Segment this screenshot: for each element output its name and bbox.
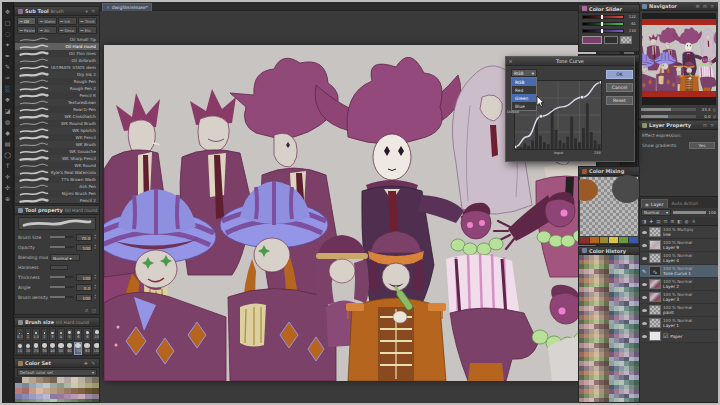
brush-list-item[interactable]: Rough Pen [15, 78, 99, 85]
brush-list-item[interactable]: Rough Pen 2 [15, 85, 99, 92]
layer-thumbnail[interactable] [649, 305, 661, 315]
color-set-tools[interactable]: ✚ ✎ [84, 361, 96, 366]
rotate-reset-icon[interactable]: ↺ [713, 114, 716, 119]
brush-list-item[interactable]: WK Brush [15, 141, 99, 148]
slider-handle[interactable] [601, 15, 603, 19]
color-set-swatch[interactable] [64, 399, 71, 403]
tool-property-row[interactable]: Thickness100▴▾ [15, 272, 99, 282]
stepper-icons[interactable]: ▴▾ [94, 284, 96, 290]
decoration-tool-icon[interactable]: ❖ [3, 94, 13, 104]
brush-list-item[interactable]: TTS Brown Wash [15, 176, 99, 183]
tool-property-row[interactable]: Blending modeNormal ▾ [15, 252, 99, 262]
brush-size-preset[interactable]: 100 [92, 342, 100, 355]
brush-size-preset[interactable]: 20 [25, 342, 32, 355]
visibility-eye-icon[interactable] [641, 231, 647, 234]
primary-color-swatch[interactable] [582, 36, 602, 44]
navigator-header-icons[interactable]: ⊞ ⊟ ≡ [696, 4, 715, 9]
property-dropdown[interactable]: Normal ▾ [50, 254, 80, 261]
mixing-color-chip[interactable] [580, 237, 589, 243]
layer-row[interactable]: 100 % Normalpaint [639, 304, 718, 317]
brush-list-item[interactable]: Oil Airbrush [15, 57, 99, 64]
brush-list-item[interactable]: WK Pencil [15, 134, 99, 141]
panel-footer-icons[interactable]: ↺ ◲ [85, 308, 97, 313]
visibility-eye-icon[interactable] [641, 335, 647, 338]
channel-dropdown[interactable]: RGB ▾ [511, 69, 537, 77]
visibility-eye-icon[interactable] [641, 296, 647, 299]
color-set-swatch[interactable] [50, 399, 57, 403]
navigator-header[interactable]: Navigator ⊞ ⊟ ≡ [639, 2, 718, 11]
paper-checkbox[interactable]: ☑ [663, 333, 670, 339]
brush-list-item[interactable]: WK Splotch [15, 127, 99, 134]
sub-tool-tab[interactable]: 〜Thick [78, 17, 97, 25]
hand-tool-icon[interactable]: ✣ [3, 182, 13, 192]
brush-size-preset[interactable]: 40 [49, 342, 56, 355]
layer-row[interactable]: 100 % NormalLayer 4 [639, 252, 718, 265]
ok-button[interactable]: OK [606, 70, 633, 79]
visibility-eye-icon[interactable] [641, 244, 647, 247]
stepper-icons[interactable]: ▴▾ [94, 244, 96, 250]
transfer-icon[interactable]: ⊟ [664, 219, 668, 224]
brush-list-item[interactable]: Oil Small Tip [15, 36, 99, 43]
layer-row[interactable]: ☑ Paper [639, 330, 718, 343]
color-set-swatch[interactable] [71, 399, 78, 403]
sub-tool-panel-header[interactable]: Sub Tool Brush ▾ ≡ [15, 7, 99, 16]
navigator-zoom-slider[interactable]: 33.3 ◎ [639, 106, 718, 113]
property-slider[interactable] [50, 276, 74, 278]
color-set-swatch[interactable] [22, 399, 29, 403]
layer-row[interactable]: 100 % NormalLayer 1 [639, 317, 718, 330]
layer-row[interactable]: 100 % Multiplyline [639, 226, 718, 239]
brush-size-header[interactable]: Brush size Oil Hard round [15, 318, 99, 327]
brush-list-item[interactable]: TexturedLean [15, 99, 99, 106]
lasso-tool-icon[interactable]: ◌ [3, 28, 13, 38]
layer-thumbnail[interactable] [649, 240, 661, 250]
color-mixing-canvas[interactable] [580, 177, 638, 236]
layer-thumbnail[interactable] [649, 331, 661, 341]
slider-handle[interactable] [601, 29, 603, 33]
mask-icon[interactable]: ◍ [685, 219, 689, 224]
sub-tool-tab[interactable]: 〜Deco [58, 26, 77, 34]
color-slider-bar[interactable] [582, 15, 624, 19]
layer-opacity-slider[interactable] [673, 211, 706, 214]
channel-menu-item[interactable]: Red [512, 86, 536, 94]
visibility-eye-icon[interactable] [641, 257, 647, 260]
sub-tool-tab[interactable]: 〜Etc [78, 26, 97, 34]
tool-property-row[interactable]: Brush Size70.0▴▾ [15, 232, 99, 242]
hardness-control[interactable] [50, 265, 68, 270]
color-slider-row[interactable]: 61 [579, 20, 639, 27]
layer-row[interactable]: ✎∿100 % NormalTone Curve 1 [639, 265, 718, 278]
layer-thumbnail[interactable] [649, 279, 661, 289]
sub-tool-tab[interactable]: 〜Oil [17, 17, 36, 25]
brush-size-preset[interactable]: 4 [57, 328, 65, 341]
visibility-eye-icon[interactable] [641, 283, 647, 286]
brush-size-preset[interactable]: 5 [66, 328, 74, 341]
brush-size-preset[interactable]: 3 [49, 328, 56, 341]
color-set-swatch[interactable] [29, 399, 36, 403]
gradient-tool-icon[interactable]: ▤ [3, 138, 13, 148]
color-slider-bar[interactable] [582, 22, 624, 26]
brush-list-item[interactable]: Kyle's Real Watercolor [15, 169, 99, 176]
layer-thumbnail[interactable] [649, 227, 661, 237]
brush-list-item[interactable]: WK Round [15, 162, 99, 169]
brush-list-item[interactable]: WK Gouache [15, 148, 99, 155]
brush-size-preset[interactable]: 1.5 [32, 328, 40, 341]
merge-icon[interactable]: ⊞ [670, 219, 674, 224]
zoom-reset-icon[interactable]: ◎ [713, 107, 717, 112]
tab-auto-action[interactable]: Auto Action [669, 199, 702, 208]
layer-property-header-icons[interactable]: ⊡ ≡ [703, 123, 715, 128]
marquee-tool-icon[interactable]: ▢ [3, 17, 13, 27]
layer-property-button[interactable]: Yes [689, 142, 715, 149]
brush-size-preset[interactable]: 8 [83, 328, 91, 341]
tool-property-header[interactable]: Tool property Oil Hard round [15, 206, 99, 215]
editing-pencil-icon[interactable]: ✎ [641, 268, 647, 274]
stepper-icons[interactable]: ▴▾ [94, 234, 96, 240]
brush-list-item[interactable]: WK Crosshatch [15, 113, 99, 120]
mixing-color-chip[interactable] [609, 237, 618, 243]
clip-icon[interactable]: ◨ [642, 219, 646, 224]
brush-list-item[interactable]: Real G-Pen [15, 106, 99, 113]
brush-list-item[interactable]: Oil Hard round [15, 43, 99, 50]
brush-tool-icon[interactable]: ✑ [3, 72, 13, 82]
brush-size-preset[interactable]: 50 [57, 342, 65, 355]
brush-size-preset[interactable]: 1 [25, 328, 32, 341]
brush-list-item[interactable]: WK Sharp Pencil [15, 155, 99, 162]
tone-curve-titlebar[interactable]: × Tone Curve [506, 57, 634, 66]
